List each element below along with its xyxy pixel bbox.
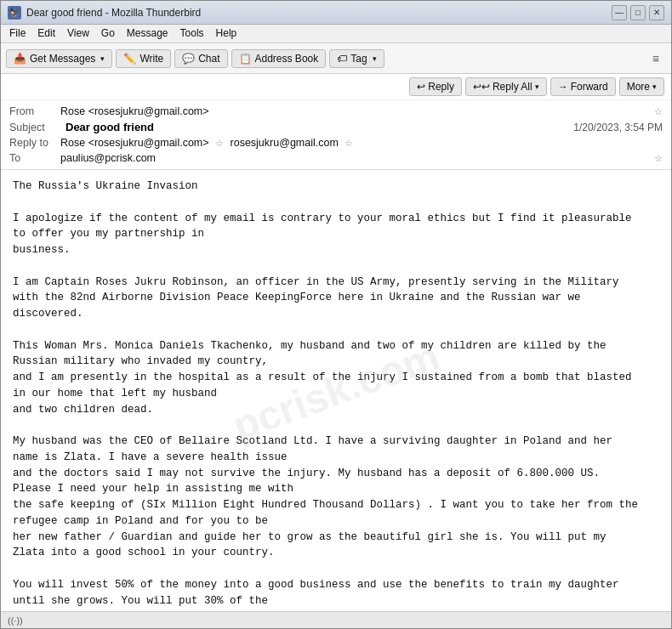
forward-label: Forward — [571, 81, 608, 93]
tag-label: Tag — [350, 53, 367, 65]
close-button[interactable]: ✕ — [649, 5, 664, 20]
email-date: 1/20/2023, 3:54 PM — [573, 122, 663, 133]
hamburger-menu-button[interactable]: ≡ — [646, 49, 666, 68]
reply-icon: ↩ — [417, 81, 425, 93]
reply-to-email-star-icon[interactable]: ☆ — [345, 138, 353, 148]
reply-to-email: rosesjukru@gmail.com — [231, 137, 339, 149]
menu-message[interactable]: Message — [122, 26, 174, 41]
wifi-icon: ((·)) — [8, 615, 23, 626]
more-button[interactable]: More ▾ — [619, 77, 664, 96]
menu-go[interactable]: Go — [96, 26, 120, 41]
get-messages-label: Get Messages — [30, 53, 95, 65]
get-messages-icon: 📥 — [14, 53, 26, 65]
app-icon: 🦅 — [8, 6, 21, 20]
menu-view[interactable]: View — [62, 26, 94, 41]
from-row: From Rose <rosesjukru@gmail.com> ☆ — [9, 104, 663, 119]
reply-all-label: Reply All — [493, 81, 532, 93]
menu-help[interactable]: Help — [211, 26, 242, 41]
get-messages-button[interactable]: 📥 Get Messages ▾ — [6, 49, 112, 68]
get-messages-dropdown-arrow[interactable]: ▾ — [100, 54, 105, 63]
reply-to-label: Reply to — [9, 137, 60, 149]
reply-all-button[interactable]: ↩↩ Reply All ▾ — [465, 77, 547, 96]
menu-bar: File Edit View Go Message Tools Help — [1, 25, 671, 43]
chat-label: Chat — [198, 53, 219, 65]
tag-button[interactable]: 🏷 Tag ▾ — [329, 49, 384, 68]
reply-to-value: Rose <rosesjukru@gmail.com> ☆ rosesjukru… — [60, 137, 663, 149]
write-icon: ✏️ — [123, 53, 136, 65]
maximize-button[interactable]: □ — [630, 5, 646, 20]
tag-dropdown-arrow[interactable]: ▾ — [373, 54, 377, 63]
write-button[interactable]: ✏️ Write — [116, 49, 171, 68]
forward-button[interactable]: → Forward — [550, 77, 616, 96]
title-bar: 🦅 Dear good friend - Mozilla Thunderbird… — [1, 1, 671, 25]
chat-button[interactable]: 💬 Chat — [174, 49, 227, 68]
menu-edit[interactable]: Edit — [32, 26, 60, 41]
toolbar: 📥 Get Messages ▾ ✏️ Write 💬 Chat 📋 Addre… — [1, 43, 671, 74]
to-row: To paulius@pcrisk.com ☆ — [9, 150, 663, 166]
subject-label: Subject — [9, 122, 60, 133]
from-value: Rose <rosesjukru@gmail.com> — [60, 105, 651, 117]
tag-icon: 🏷 — [337, 53, 347, 65]
email-body-container[interactable]: pcrisk.com The Russia's Ukraine Invasion… — [1, 170, 671, 611]
address-book-label: Address Book — [255, 53, 319, 65]
email-meta: From Rose <rosesjukru@gmail.com> ☆ Subje… — [1, 100, 671, 169]
write-label: Write — [140, 53, 163, 65]
to-label: To — [9, 152, 60, 164]
subject-value: Dear good friend — [65, 121, 154, 133]
title-bar-left: 🦅 Dear good friend - Mozilla Thunderbird — [8, 6, 201, 20]
menu-tools[interactable]: Tools — [175, 26, 209, 41]
window-controls: — □ ✕ — [612, 5, 664, 20]
window-title: Dear good friend - Mozilla Thunderbird — [26, 7, 201, 19]
subject-row: Subject Dear good friend 1/20/2023, 3:54… — [9, 119, 663, 135]
menu-file[interactable]: File — [4, 26, 31, 41]
from-label: From — [9, 105, 60, 117]
more-label: More — [627, 81, 650, 93]
email-body: The Russia's Ukraine Invasion I apologiz… — [13, 178, 659, 611]
forward-icon: → — [558, 81, 568, 93]
address-book-icon: 📋 — [239, 53, 252, 65]
reply-to-star-icon[interactable]: ☆ — [215, 138, 224, 148]
more-dropdown-arrow[interactable]: ▾ — [652, 82, 657, 91]
status-bar: ((·)) — [1, 611, 671, 628]
from-star-icon[interactable]: ☆ — [654, 106, 663, 117]
reply-button[interactable]: ↩ Reply — [409, 77, 462, 96]
to-value: paulius@pcrisk.com — [60, 152, 651, 164]
reply-to-name: Rose <rosesjukru@gmail.com> — [60, 137, 209, 149]
reply-to-row: Reply to Rose <rosesjukru@gmail.com> ☆ r… — [9, 135, 663, 150]
email-actions-bar: ↩ Reply ↩↩ Reply All ▾ → Forward More ▾ — [1, 74, 671, 100]
minimize-button[interactable]: — — [612, 5, 627, 20]
main-window: 🦅 Dear good friend - Mozilla Thunderbird… — [0, 0, 672, 629]
to-star-icon[interactable]: ☆ — [654, 153, 663, 164]
reply-all-icon: ↩↩ — [473, 81, 490, 93]
email-header: ↩ Reply ↩↩ Reply All ▾ → Forward More ▾ … — [1, 74, 671, 170]
reply-all-dropdown-arrow[interactable]: ▾ — [535, 82, 539, 91]
chat-icon: 💬 — [182, 53, 195, 65]
reply-label: Reply — [428, 81, 454, 93]
address-book-button[interactable]: 📋 Address Book — [231, 49, 327, 68]
